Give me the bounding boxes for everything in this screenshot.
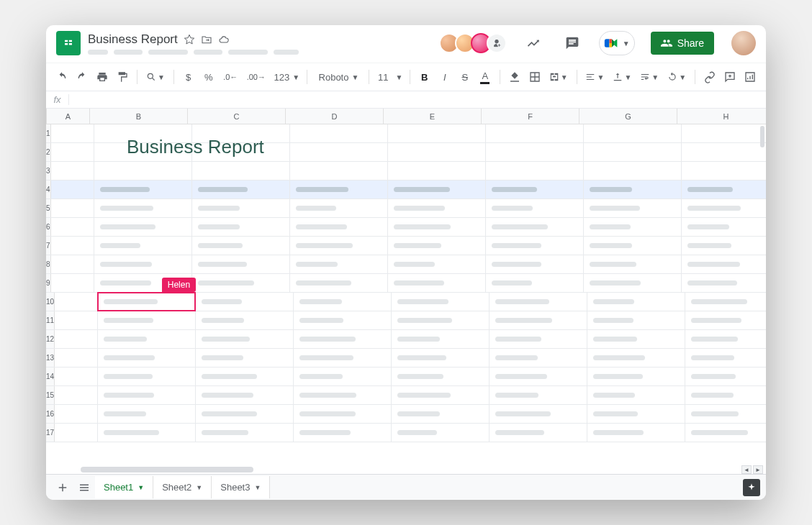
grid-row[interactable]: 10Helen — [46, 293, 766, 311]
insert-comment-button[interactable] — [721, 68, 739, 86]
cell[interactable] — [682, 255, 766, 273]
document-title[interactable]: Business Report — [88, 32, 178, 47]
grid-row[interactable]: 11 — [46, 311, 766, 330]
sheets-logo[interactable] — [56, 31, 81, 55]
cell[interactable] — [196, 293, 294, 311]
cell[interactable] — [94, 181, 192, 198]
cell[interactable] — [192, 181, 290, 198]
text-color-button[interactable]: A — [477, 68, 494, 86]
font-selector[interactable]: Roboto▼ — [312, 68, 363, 86]
cell[interactable] — [192, 237, 290, 255]
column-header[interactable]: A — [47, 109, 90, 124]
sheet-tab[interactable]: Sheet1▼ — [95, 476, 153, 498]
cell[interactable] — [392, 330, 490, 348]
wrap-button[interactable]: ▼ — [637, 68, 662, 86]
grid-row[interactable]: 16 — [46, 405, 766, 424]
cell[interactable] — [290, 274, 388, 292]
cell[interactable] — [294, 293, 392, 311]
column-header[interactable]: D — [286, 109, 384, 124]
cell[interactable] — [51, 124, 94, 142]
cell[interactable] — [55, 293, 98, 311]
cell[interactable] — [682, 199, 766, 217]
cell[interactable] — [584, 255, 682, 273]
italic-button[interactable]: I — [436, 68, 454, 86]
redo-button[interactable] — [73, 68, 91, 86]
cell[interactable] — [290, 162, 388, 180]
cell[interactable] — [587, 311, 685, 329]
cell[interactable] — [294, 349, 392, 367]
cell[interactable] — [55, 349, 98, 367]
cell[interactable] — [584, 218, 682, 236]
paint-format-button[interactable] — [114, 68, 131, 86]
cell[interactable] — [682, 181, 766, 198]
cell[interactable] — [490, 330, 587, 348]
cell[interactable] — [55, 405, 98, 423]
grid-row[interactable]: 17 — [46, 424, 766, 442]
halign-button[interactable]: ▼ — [582, 68, 607, 86]
cell[interactable] — [51, 181, 94, 198]
row-header[interactable]: 14 — [46, 368, 55, 385]
cell[interactable] — [294, 424, 392, 442]
row-header[interactable]: 17 — [46, 424, 55, 442]
cell[interactable] — [587, 405, 685, 423]
cell[interactable] — [51, 218, 94, 236]
row-header[interactable]: 12 — [46, 330, 55, 348]
cell[interactable] — [685, 424, 766, 442]
cell[interactable] — [682, 218, 766, 236]
cell[interactable] — [490, 368, 587, 385]
cell[interactable] — [98, 311, 196, 329]
cell[interactable] — [290, 181, 388, 198]
cell[interactable] — [192, 199, 290, 217]
profile-avatar[interactable] — [731, 31, 756, 55]
cell[interactable] — [392, 405, 490, 423]
valign-button[interactable]: ▼ — [610, 68, 634, 86]
cell[interactable] — [682, 237, 766, 255]
column-header[interactable]: E — [384, 109, 482, 124]
cell[interactable] — [486, 199, 584, 217]
undo-button[interactable] — [53, 68, 71, 86]
grid-row[interactable]: 6 — [46, 218, 766, 237]
cell[interactable] — [392, 386, 490, 404]
cell[interactable] — [584, 181, 682, 198]
insert-chart-button[interactable] — [741, 68, 759, 86]
cell[interactable] — [486, 237, 584, 255]
borders-button[interactable] — [526, 68, 543, 86]
cell[interactable] — [587, 293, 685, 311]
grid-row[interactable]: 14 — [46, 368, 766, 386]
cell[interactable] — [584, 124, 682, 142]
cell[interactable] — [490, 405, 587, 423]
cell[interactable] — [486, 143, 584, 161]
cell[interactable] — [388, 181, 486, 198]
share-button[interactable]: Share — [651, 32, 714, 55]
column-header[interactable]: B — [90, 109, 188, 124]
cell[interactable] — [51, 199, 94, 217]
cell[interactable] — [392, 349, 490, 367]
column-header[interactable]: G — [579, 109, 677, 124]
decrease-decimal-button[interactable]: .0← — [220, 68, 241, 86]
comments-icon[interactable] — [560, 31, 585, 55]
column-header[interactable]: C — [188, 109, 286, 124]
add-sheet-button[interactable] — [52, 481, 73, 494]
cell[interactable] — [685, 349, 766, 367]
cell[interactable] — [388, 162, 486, 180]
currency-button[interactable]: $ — [180, 68, 197, 86]
row-header[interactable]: 13 — [46, 349, 55, 367]
meet-button[interactable]: ▼ — [599, 31, 635, 55]
scroll-right-button[interactable]: ► — [753, 465, 763, 474]
cell[interactable] — [486, 274, 584, 292]
cell[interactable] — [490, 386, 587, 404]
cell[interactable] — [94, 237, 192, 255]
cell[interactable] — [486, 218, 584, 236]
link-button[interactable] — [701, 68, 718, 86]
cell[interactable] — [55, 330, 98, 348]
cell[interactable] — [584, 162, 682, 180]
zoom-button[interactable]: ▼ — [143, 68, 168, 86]
cell[interactable] — [490, 311, 587, 329]
cell[interactable] — [685, 293, 766, 311]
cell[interactable] — [490, 293, 587, 311]
number-format-button[interactable]: 123▼ — [271, 68, 301, 86]
cell[interactable] — [98, 424, 196, 442]
cell[interactable] — [682, 162, 766, 180]
grid-row[interactable]: 13 — [46, 349, 766, 368]
cell[interactable] — [192, 218, 290, 236]
